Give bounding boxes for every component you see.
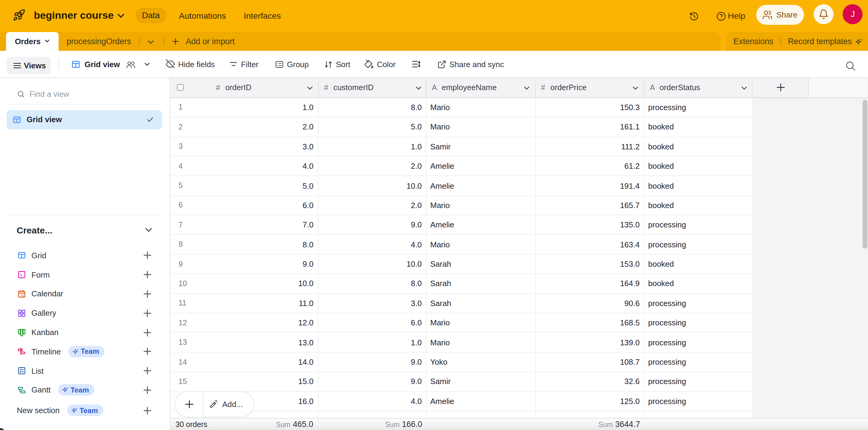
svg-text:31: 31	[21, 294, 24, 297]
